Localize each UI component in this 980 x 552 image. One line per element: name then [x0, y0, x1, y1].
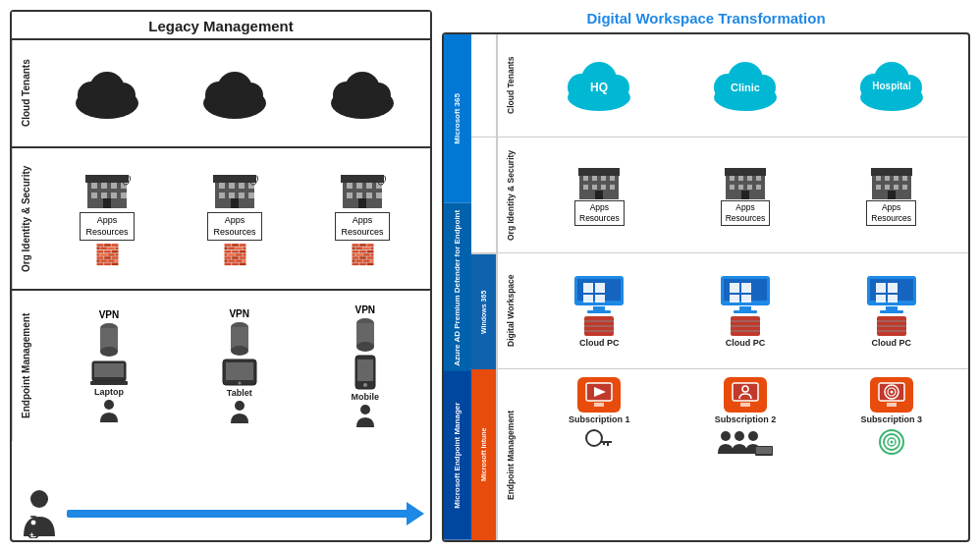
right-dw-row: Digital Workspace — [497, 253, 968, 369]
svg-point-57 — [238, 382, 241, 385]
cloud-pc-3: Cloud PC — [866, 275, 917, 348]
subscription-2-icon — [724, 377, 767, 413]
hq-cloud-svg: HQ — [564, 60, 634, 111]
left-laptop-group: VPN Laptop — [90, 309, 128, 422]
svg-rect-119 — [894, 185, 898, 190]
r-building-3 — [871, 164, 912, 199]
right-em-label: Endpoint Management — [497, 369, 522, 540]
r-apps-resources-2: AppsResources — [721, 200, 771, 226]
spacer-org — [471, 138, 496, 253]
apps-resources-2: AppsResources — [207, 212, 261, 241]
svg-rect-93 — [601, 176, 606, 181]
svg-rect-33 — [231, 198, 239, 208]
r-building-2 — [725, 164, 766, 199]
svg-rect-99 — [595, 191, 603, 199]
left-ep-label: Endpoint Management — [12, 291, 39, 441]
svg-rect-18 — [91, 193, 97, 198]
svg-rect-30 — [229, 193, 235, 198]
svg-rect-14 — [91, 183, 97, 189]
svg-rect-50 — [90, 381, 128, 385]
svg-rect-128 — [593, 306, 605, 310]
tab-intune: Microsoft Intune — [471, 369, 496, 540]
svg-text:Clinic: Clinic — [731, 82, 760, 93]
vpn-cylinder-2 — [230, 321, 249, 357]
clinic-cloud-bubble: Clinic — [710, 60, 781, 111]
r-apps-resources-1: AppsResources — [574, 200, 625, 226]
svg-point-67 — [30, 520, 36, 525]
svg-rect-115 — [894, 176, 898, 181]
hospital-cloud-svg: Hospital — [856, 60, 927, 111]
svg-rect-109 — [756, 185, 761, 190]
cloud-2 — [199, 66, 270, 122]
cloud-pc-2: Cloud PC — [720, 275, 771, 348]
left-org-label: Org Identity & Security — [12, 148, 39, 289]
svg-rect-37 — [356, 183, 362, 189]
right-content: Microsoft 365 Azure AD Premium Defender … — [442, 32, 970, 542]
vpn-label-2: VPN — [229, 308, 249, 319]
svg-point-169 — [735, 431, 744, 441]
svg-rect-126 — [583, 295, 593, 303]
svg-rect-25 — [219, 183, 225, 189]
right-org-label: Org Identity & Security — [497, 138, 522, 252]
cloud-pc-label-2: Cloud PC — [726, 338, 766, 348]
svg-point-161 — [586, 430, 602, 446]
svg-rect-160 — [594, 403, 604, 407]
svg-rect-36 — [347, 183, 353, 189]
r-apps-resources-3: AppsResources — [866, 200, 916, 226]
vpn-label-1: VPN — [99, 309, 120, 320]
svg-point-11 — [365, 83, 391, 108]
firewall-2: 🧱 — [223, 243, 247, 266]
doctor-icon: + — [18, 489, 61, 538]
svg-rect-136 — [730, 283, 739, 293]
right-cloud-label: Cloud Tenants — [497, 34, 522, 137]
svg-rect-101 — [725, 168, 766, 176]
svg-rect-103 — [738, 176, 743, 181]
svg-rect-108 — [747, 185, 752, 190]
svg-rect-32 — [248, 193, 254, 198]
left-title: Legacy Management — [12, 12, 430, 38]
person-icon-3 — [354, 404, 376, 427]
subscription-1-label: Subscription 1 — [569, 414, 630, 424]
second-sidebar: Windows 365 Microsoft Intune — [471, 34, 497, 540]
r-building-1 — [578, 164, 620, 199]
left-panel: Legacy Management Cloud Tenants — [10, 10, 432, 542]
mobile-label: Mobile — [352, 392, 380, 402]
svg-rect-127 — [595, 295, 605, 303]
svg-text:HQ: HQ — [590, 81, 608, 94]
svg-rect-90 — [578, 168, 620, 176]
right-em-content: Subscription 1 — [522, 369, 968, 540]
svg-rect-117 — [876, 185, 881, 190]
cloud-pc-icon-1 — [573, 275, 625, 314]
svg-rect-139 — [741, 295, 751, 303]
left-mobile-group: VPN Mobile — [352, 304, 380, 427]
svg-rect-41 — [356, 193, 362, 198]
subscription-2-group: Subscription 2 — [715, 377, 777, 424]
svg-rect-56 — [226, 362, 253, 380]
svg-rect-106 — [730, 185, 735, 190]
svg-rect-26 — [229, 183, 235, 189]
firewall-1: 🧱 — [95, 243, 120, 266]
svg-rect-125 — [595, 283, 605, 293]
svg-rect-137 — [741, 283, 751, 293]
right-dw-label: Digital Workspace — [497, 253, 522, 368]
vpn-cylinder-3 — [355, 317, 375, 353]
laptop-label: Laptop — [94, 387, 124, 397]
person-icon-1 — [98, 399, 120, 422]
svg-rect-49 — [94, 363, 124, 377]
subscription-1-group: Subscription 1 — [569, 377, 630, 450]
svg-point-3 — [110, 83, 136, 108]
svg-rect-63 — [357, 359, 373, 381]
svg-rect-40 — [347, 193, 353, 198]
svg-rect-172 — [756, 447, 772, 454]
svg-rect-16 — [111, 183, 117, 189]
tab-windows-365: Windows 365 — [471, 253, 496, 369]
left-org-row: Org Identity & Security — [12, 146, 430, 289]
firewall-r-3 — [877, 316, 906, 336]
svg-point-61 — [356, 342, 374, 352]
svg-text:Hospital: Hospital — [872, 81, 911, 91]
svg-point-58 — [235, 401, 245, 411]
vpn-label-3: VPN — [355, 304, 376, 315]
left-cloud-content — [39, 40, 430, 146]
cloud-hospital: Hospital — [856, 60, 927, 111]
arrow-container — [67, 509, 424, 519]
